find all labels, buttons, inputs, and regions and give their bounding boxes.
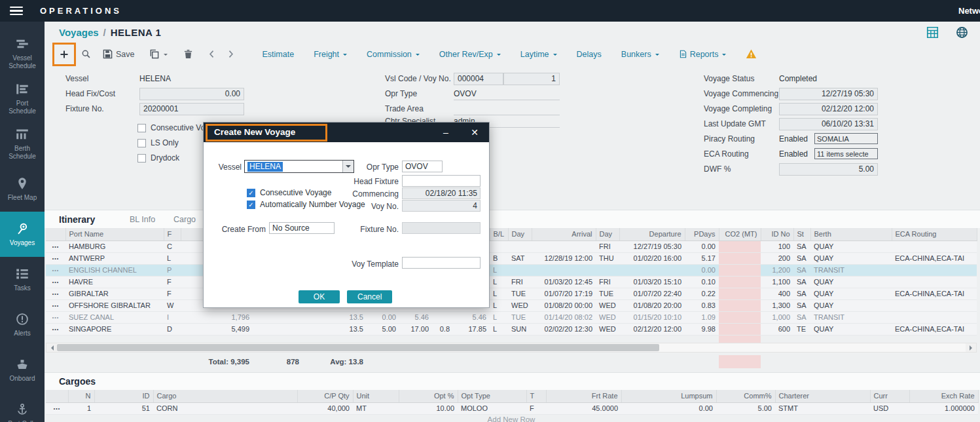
modal-minimize-button[interactable]: – <box>437 123 455 142</box>
column-header[interactable]: Departure <box>619 228 685 240</box>
column-header[interactable]: F <box>164 228 181 240</box>
table-cell[interactable]: QUAY <box>810 288 892 299</box>
table-cell[interactable]: 01/03/20 12:45 <box>532 276 596 288</box>
table-cell[interactable]: STMT <box>775 402 870 414</box>
trade-area-value[interactable] <box>454 103 560 115</box>
table-cell[interactable]: B <box>490 252 508 264</box>
table-cell[interactable]: 1,796 <box>181 311 253 323</box>
row-handle-icon[interactable]: ••• <box>46 402 68 414</box>
table-cell[interactable]: 13.5 <box>302 311 367 323</box>
table-cell[interactable] <box>490 240 508 252</box>
column-header[interactable]: St <box>793 228 810 240</box>
checkbox-icon[interactable] <box>137 139 146 147</box>
field-value[interactable]: Enabled <box>779 149 808 159</box>
table-cell[interactable]: 0.10 <box>685 276 719 288</box>
row-handle-icon[interactable]: ••• <box>46 311 65 323</box>
field-value[interactable]: Completed <box>779 74 817 83</box>
table-cell[interactable]: QUAY <box>810 323 892 335</box>
hamburger-menu-icon[interactable] <box>10 5 23 18</box>
column-header[interactable]: Charterer <box>775 390 870 402</box>
table-cell[interactable]: SUN <box>508 323 532 335</box>
table-cell[interactable]: 13.5 <box>302 323 367 335</box>
table-cell[interactable]: L <box>490 299 508 311</box>
table-cell[interactable] <box>892 276 977 288</box>
table-cell[interactable] <box>719 323 761 335</box>
table-cell[interactable]: 5.17 <box>685 252 719 264</box>
table-cell[interactable]: 1.000000 <box>909 402 978 414</box>
itinerary-row[interactable]: •••SUEZ CANALI1,79613.50.005.465.46LTUE0… <box>46 311 977 323</box>
table-cell[interactable]: 01/07/20 22:40 <box>619 288 685 299</box>
sidebar-item-port-calls[interactable]: Port Calls <box>0 393 45 422</box>
column-header[interactable]: Exch Rate <box>909 390 978 402</box>
table-cell[interactable]: 12/27/19 05:30 <box>619 240 685 252</box>
table-cell[interactable]: 01/08/20 20:00 <box>619 299 685 311</box>
field-value[interactable]: 06/10/20 13:31 <box>779 118 878 130</box>
column-header[interactable]: B/L <box>490 228 508 240</box>
table-cell[interactable]: 100 <box>761 240 793 252</box>
menu-reports[interactable]: Reports <box>679 50 727 59</box>
save-button[interactable]: Save <box>103 49 135 59</box>
table-cell[interactable]: L <box>490 311 508 323</box>
checkbox-drydock[interactable]: Drydock <box>137 151 179 164</box>
table-cell[interactable]: 0.8 <box>432 323 453 335</box>
grid-view-icon[interactable] <box>926 26 939 39</box>
table-cell[interactable] <box>508 240 532 252</box>
table-cell[interactable]: SAT <box>508 252 532 264</box>
topbar-right-text[interactable]: Netwo <box>958 6 980 16</box>
table-cell[interactable]: GIBRALTAR <box>65 288 164 299</box>
table-cell[interactable]: 17.85 <box>453 323 490 335</box>
column-header[interactable]: Opt % <box>399 390 458 402</box>
table-cell[interactable]: 5.00 <box>367 323 399 335</box>
table-cell[interactable]: WED <box>508 299 532 311</box>
table-cell[interactable] <box>719 240 761 252</box>
table-cell[interactable]: 0.00 <box>685 264 719 276</box>
vessel-value[interactable]: HELENA <box>139 74 171 83</box>
fixture-no-input[interactable]: 20200001 <box>139 103 244 115</box>
table-cell[interactable]: ECA-CHINA,ECA-TAI <box>892 323 977 335</box>
column-header[interactable] <box>46 390 68 402</box>
table-cell[interactable]: QUAY <box>810 299 892 311</box>
modal-cancel-button[interactable]: Cancel <box>347 290 392 303</box>
table-cell[interactable] <box>892 299 977 311</box>
column-header[interactable]: ECA Routing <box>892 228 977 240</box>
table-cell[interactable]: 9.98 <box>685 323 719 335</box>
table-cell[interactable]: L <box>490 323 508 335</box>
modal-opr-type-input[interactable]: OVOV <box>402 161 443 172</box>
table-cell[interactable]: SA <box>793 276 810 288</box>
table-cell[interactable]: WED <box>596 311 619 323</box>
table-cell[interactable]: 01/14/20 08:02 <box>532 311 596 323</box>
menu-laytime[interactable]: Laytime <box>520 50 557 59</box>
itinerary-row[interactable]: •••HAMBURGCFRI12/27/19 05:300.00100SAQUA… <box>46 240 977 252</box>
table-cell[interactable] <box>719 288 761 299</box>
field-piracy-routing-selection-box[interactable]: SOMALIA <box>814 133 878 144</box>
modal-consecutive-voyage-checkbox[interactable]: Consecutive Voyage <box>247 188 331 197</box>
table-cell[interactable] <box>432 311 453 323</box>
field-value[interactable]: 02/12/20 12:00 <box>779 103 878 115</box>
modal-vessel-select[interactable]: HELENA <box>244 160 354 173</box>
scrollbar-thumb[interactable] <box>57 344 659 351</box>
new-voyage-button[interactable] <box>59 49 69 60</box>
row-handle-icon[interactable]: ••• <box>46 240 65 252</box>
field-value[interactable]: 12/27/19 05:30 <box>779 88 878 100</box>
column-header[interactable]: Arrival <box>532 228 596 240</box>
column-header[interactable]: Cargo <box>153 390 297 402</box>
table-cell[interactable]: 5.46 <box>399 311 432 323</box>
table-cell[interactable] <box>719 252 761 264</box>
table-cell[interactable] <box>253 311 302 323</box>
itinerary-row[interactable]: •••OFFSHORE GIBRALTARWLWED01/08/20 00:00… <box>46 299 977 311</box>
table-cell[interactable]: 02/02/20 12:30 <box>532 323 596 335</box>
table-cell[interactable]: CORN <box>153 402 297 414</box>
table-cell[interactable]: L <box>490 276 508 288</box>
table-cell[interactable] <box>719 264 761 276</box>
table-cell[interactable] <box>719 276 761 288</box>
table-cell[interactable]: HAMBURG <box>65 240 164 252</box>
table-cell[interactable]: 0.83 <box>685 299 719 311</box>
checkbox-icon[interactable] <box>137 124 146 132</box>
table-cell[interactable]: 5,499 <box>181 323 253 335</box>
add-new-row-link[interactable]: Add New Row <box>46 415 977 422</box>
table-cell[interactable]: MOLOO <box>458 402 526 414</box>
modal-commencing-input[interactable]: 02/18/20 11:35 <box>402 187 481 199</box>
table-cell[interactable]: SA <box>793 299 810 311</box>
table-cell[interactable] <box>508 264 532 276</box>
previous-voyage-button[interactable] <box>208 50 216 58</box>
